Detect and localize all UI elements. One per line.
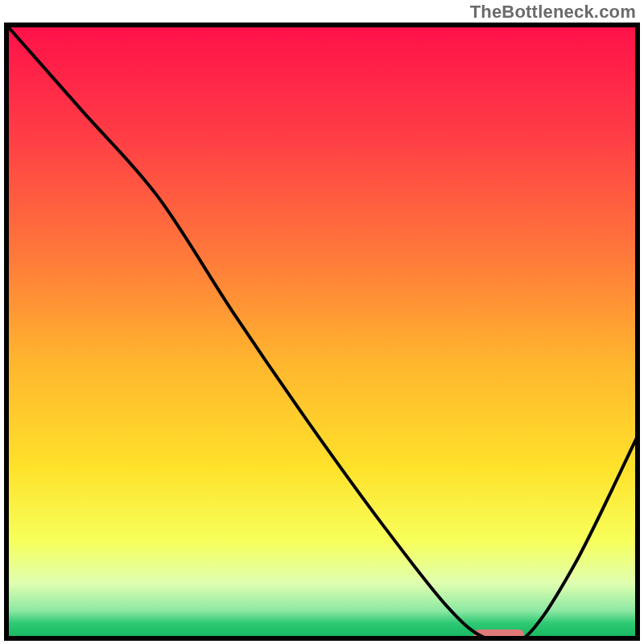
watermark-text: TheBottleneck.com [470, 2, 636, 23]
plot-area [6, 25, 638, 644]
chart-container: { "watermark": "TheBottleneck.com", "cha… [0, 0, 644, 644]
bottleneck-chart [0, 0, 644, 644]
gradient-background [6, 25, 638, 638]
